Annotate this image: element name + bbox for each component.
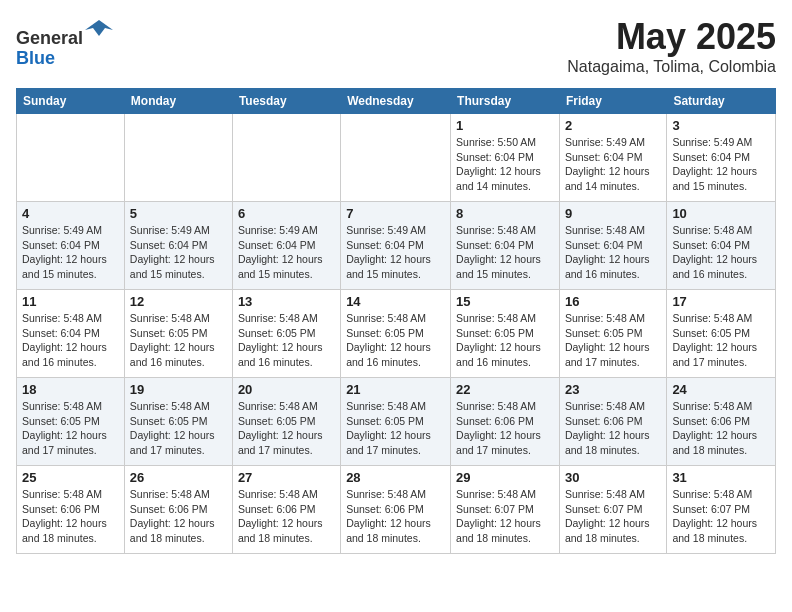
calendar-cell: 19Sunrise: 5:48 AMSunset: 6:05 PMDayligh… <box>124 378 232 466</box>
day-info: Sunrise: 5:48 AMSunset: 6:05 PMDaylight:… <box>346 311 445 370</box>
calendar-cell: 12Sunrise: 5:48 AMSunset: 6:05 PMDayligh… <box>124 290 232 378</box>
day-number: 13 <box>238 294 335 309</box>
calendar-cell: 15Sunrise: 5:48 AMSunset: 6:05 PMDayligh… <box>451 290 560 378</box>
calendar-cell <box>124 114 232 202</box>
calendar-week-row: 1Sunrise: 5:50 AMSunset: 6:04 PMDaylight… <box>17 114 776 202</box>
day-info: Sunrise: 5:49 AMSunset: 6:04 PMDaylight:… <box>238 223 335 282</box>
weekday-header-saturday: Saturday <box>667 89 776 114</box>
day-info: Sunrise: 5:48 AMSunset: 6:07 PMDaylight:… <box>456 487 554 546</box>
calendar-cell: 30Sunrise: 5:48 AMSunset: 6:07 PMDayligh… <box>559 466 666 554</box>
day-info: Sunrise: 5:48 AMSunset: 6:06 PMDaylight:… <box>672 399 770 458</box>
calendar-week-row: 25Sunrise: 5:48 AMSunset: 6:06 PMDayligh… <box>17 466 776 554</box>
day-number: 26 <box>130 470 227 485</box>
calendar-cell: 22Sunrise: 5:48 AMSunset: 6:06 PMDayligh… <box>451 378 560 466</box>
calendar-cell: 24Sunrise: 5:48 AMSunset: 6:06 PMDayligh… <box>667 378 776 466</box>
day-info: Sunrise: 5:48 AMSunset: 6:05 PMDaylight:… <box>672 311 770 370</box>
calendar-cell: 17Sunrise: 5:48 AMSunset: 6:05 PMDayligh… <box>667 290 776 378</box>
day-info: Sunrise: 5:48 AMSunset: 6:07 PMDaylight:… <box>565 487 661 546</box>
calendar-week-row: 4Sunrise: 5:49 AMSunset: 6:04 PMDaylight… <box>17 202 776 290</box>
logo-bird-icon <box>85 16 113 44</box>
calendar-cell: 31Sunrise: 5:48 AMSunset: 6:07 PMDayligh… <box>667 466 776 554</box>
day-number: 19 <box>130 382 227 397</box>
day-number: 22 <box>456 382 554 397</box>
day-number: 3 <box>672 118 770 133</box>
calendar-cell: 28Sunrise: 5:48 AMSunset: 6:06 PMDayligh… <box>341 466 451 554</box>
calendar-cell: 18Sunrise: 5:48 AMSunset: 6:05 PMDayligh… <box>17 378 125 466</box>
calendar-cell: 2Sunrise: 5:49 AMSunset: 6:04 PMDaylight… <box>559 114 666 202</box>
weekday-header-tuesday: Tuesday <box>232 89 340 114</box>
weekday-header-thursday: Thursday <box>451 89 560 114</box>
weekday-header-friday: Friday <box>559 89 666 114</box>
calendar-cell <box>17 114 125 202</box>
weekday-header-monday: Monday <box>124 89 232 114</box>
day-number: 15 <box>456 294 554 309</box>
day-info: Sunrise: 5:48 AMSunset: 6:06 PMDaylight:… <box>238 487 335 546</box>
calendar-cell: 5Sunrise: 5:49 AMSunset: 6:04 PMDaylight… <box>124 202 232 290</box>
day-info: Sunrise: 5:48 AMSunset: 6:04 PMDaylight:… <box>456 223 554 282</box>
calendar-week-row: 18Sunrise: 5:48 AMSunset: 6:05 PMDayligh… <box>17 378 776 466</box>
day-info: Sunrise: 5:48 AMSunset: 6:05 PMDaylight:… <box>346 399 445 458</box>
calendar-cell: 10Sunrise: 5:48 AMSunset: 6:04 PMDayligh… <box>667 202 776 290</box>
day-number: 20 <box>238 382 335 397</box>
day-info: Sunrise: 5:48 AMSunset: 6:05 PMDaylight:… <box>456 311 554 370</box>
logo: General Blue <box>16 16 113 69</box>
calendar-cell: 23Sunrise: 5:48 AMSunset: 6:06 PMDayligh… <box>559 378 666 466</box>
day-info: Sunrise: 5:50 AMSunset: 6:04 PMDaylight:… <box>456 135 554 194</box>
day-info: Sunrise: 5:48 AMSunset: 6:05 PMDaylight:… <box>565 311 661 370</box>
day-number: 17 <box>672 294 770 309</box>
day-number: 9 <box>565 206 661 221</box>
weekday-header-row: SundayMondayTuesdayWednesdayThursdayFrid… <box>17 89 776 114</box>
day-number: 24 <box>672 382 770 397</box>
weekday-header-wednesday: Wednesday <box>341 89 451 114</box>
calendar-cell: 20Sunrise: 5:48 AMSunset: 6:05 PMDayligh… <box>232 378 340 466</box>
calendar-cell: 9Sunrise: 5:48 AMSunset: 6:04 PMDaylight… <box>559 202 666 290</box>
day-number: 7 <box>346 206 445 221</box>
month-title: May 2025 <box>567 16 776 58</box>
calendar-cell: 7Sunrise: 5:49 AMSunset: 6:04 PMDaylight… <box>341 202 451 290</box>
day-info: Sunrise: 5:48 AMSunset: 6:06 PMDaylight:… <box>346 487 445 546</box>
calendar-cell: 8Sunrise: 5:48 AMSunset: 6:04 PMDaylight… <box>451 202 560 290</box>
day-number: 12 <box>130 294 227 309</box>
day-number: 14 <box>346 294 445 309</box>
calendar-cell <box>232 114 340 202</box>
day-info: Sunrise: 5:48 AMSunset: 6:06 PMDaylight:… <box>130 487 227 546</box>
day-info: Sunrise: 5:48 AMSunset: 6:06 PMDaylight:… <box>456 399 554 458</box>
calendar-cell: 13Sunrise: 5:48 AMSunset: 6:05 PMDayligh… <box>232 290 340 378</box>
day-number: 25 <box>22 470 119 485</box>
day-info: Sunrise: 5:48 AMSunset: 6:05 PMDaylight:… <box>130 399 227 458</box>
day-number: 29 <box>456 470 554 485</box>
day-number: 23 <box>565 382 661 397</box>
day-info: Sunrise: 5:49 AMSunset: 6:04 PMDaylight:… <box>565 135 661 194</box>
logo-blue: Blue <box>16 48 55 68</box>
day-info: Sunrise: 5:48 AMSunset: 6:05 PMDaylight:… <box>22 399 119 458</box>
svg-marker-0 <box>85 20 113 36</box>
day-number: 30 <box>565 470 661 485</box>
day-info: Sunrise: 5:48 AMSunset: 6:07 PMDaylight:… <box>672 487 770 546</box>
day-number: 27 <box>238 470 335 485</box>
logo-general: General <box>16 28 83 48</box>
weekday-header-sunday: Sunday <box>17 89 125 114</box>
day-info: Sunrise: 5:48 AMSunset: 6:05 PMDaylight:… <box>238 399 335 458</box>
calendar-cell: 11Sunrise: 5:48 AMSunset: 6:04 PMDayligh… <box>17 290 125 378</box>
day-number: 6 <box>238 206 335 221</box>
day-info: Sunrise: 5:48 AMSunset: 6:05 PMDaylight:… <box>130 311 227 370</box>
day-number: 4 <box>22 206 119 221</box>
calendar-cell: 29Sunrise: 5:48 AMSunset: 6:07 PMDayligh… <box>451 466 560 554</box>
day-info: Sunrise: 5:48 AMSunset: 6:04 PMDaylight:… <box>565 223 661 282</box>
title-block: May 2025 Natagaima, Tolima, Colombia <box>567 16 776 76</box>
day-info: Sunrise: 5:49 AMSunset: 6:04 PMDaylight:… <box>22 223 119 282</box>
day-number: 21 <box>346 382 445 397</box>
day-number: 2 <box>565 118 661 133</box>
day-info: Sunrise: 5:49 AMSunset: 6:04 PMDaylight:… <box>672 135 770 194</box>
calendar-cell: 14Sunrise: 5:48 AMSunset: 6:05 PMDayligh… <box>341 290 451 378</box>
day-info: Sunrise: 5:48 AMSunset: 6:06 PMDaylight:… <box>22 487 119 546</box>
calendar-cell: 16Sunrise: 5:48 AMSunset: 6:05 PMDayligh… <box>559 290 666 378</box>
day-info: Sunrise: 5:49 AMSunset: 6:04 PMDaylight:… <box>130 223 227 282</box>
day-number: 8 <box>456 206 554 221</box>
day-number: 11 <box>22 294 119 309</box>
calendar-cell: 26Sunrise: 5:48 AMSunset: 6:06 PMDayligh… <box>124 466 232 554</box>
day-info: Sunrise: 5:48 AMSunset: 6:05 PMDaylight:… <box>238 311 335 370</box>
day-number: 1 <box>456 118 554 133</box>
day-info: Sunrise: 5:48 AMSunset: 6:04 PMDaylight:… <box>672 223 770 282</box>
page-header: General Blue May 2025 Natagaima, Tolima,… <box>16 16 776 76</box>
